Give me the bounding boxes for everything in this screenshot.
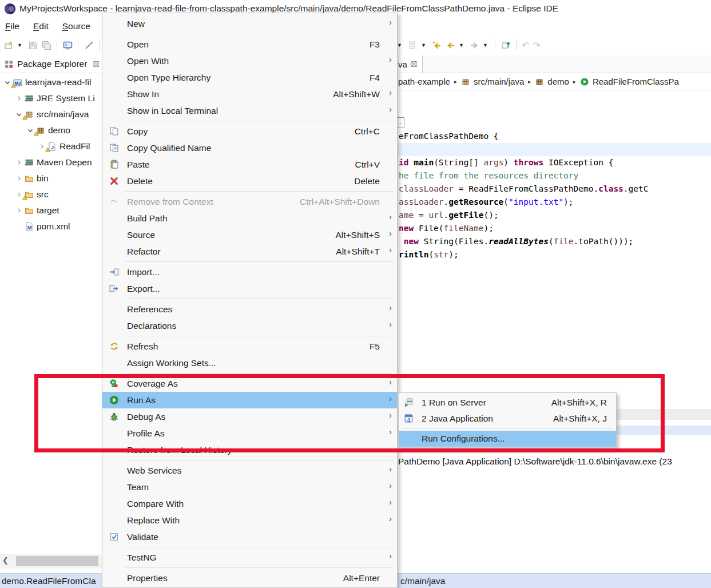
menu-item-testng[interactable]: TestNG› bbox=[102, 549, 397, 566]
menu-separator bbox=[125, 547, 393, 547]
breadcrumb-item-demo[interactable]: demo bbox=[547, 77, 569, 86]
menu-item-new[interactable]: New› bbox=[102, 15, 397, 32]
package-explorer-tab[interactable]: Package Explorer ☒ bbox=[0, 55, 100, 73]
annotation-rectangle bbox=[34, 374, 665, 452]
menu-item-replace-with[interactable]: Replace With› bbox=[102, 512, 397, 529]
menu-item-refactor[interactable]: RefactorAlt+Shift+T› bbox=[102, 243, 397, 260]
dropdown-caret-icon[interactable]: ▼ bbox=[459, 42, 466, 48]
code-editor[interactable]: eFromClassPathDemo {id main(String[] arg… bbox=[395, 130, 711, 261]
editor-tab-label: va bbox=[398, 59, 407, 69]
scroll-left-icon[interactable]: ❮ bbox=[2, 556, 9, 565]
submenu-arrow-icon: › bbox=[389, 55, 392, 64]
import-icon bbox=[109, 267, 119, 277]
code-line: assLoader.getResource("input.txt"); bbox=[395, 196, 711, 209]
menubar-item-edit[interactable]: Edit bbox=[33, 21, 49, 31]
collapsed-chevron-icon[interactable] bbox=[14, 158, 24, 167]
menu-item-label: Show In bbox=[102, 89, 159, 100]
breadcrumb-item-readfilefromclasspa[interactable]: ReadFileFromClassPa bbox=[593, 77, 679, 86]
menu-item-assign-working-sets[interactable]: Assign Working Sets... bbox=[102, 355, 397, 371]
toolbar-separator bbox=[99, 39, 100, 51]
menu-item-team[interactable]: Team› bbox=[102, 479, 397, 495]
open-console-icon[interactable] bbox=[62, 40, 73, 50]
forward-gray-icon[interactable] bbox=[469, 40, 479, 50]
copy-qualified-icon bbox=[109, 143, 119, 153]
menu-item-refresh[interactable]: RefreshF5 bbox=[102, 338, 397, 355]
pin-editor-icon[interactable] bbox=[501, 40, 511, 50]
class-run-icon bbox=[580, 77, 590, 86]
menu-item-references[interactable]: References› bbox=[102, 301, 397, 317]
menubar-item-source[interactable]: Source bbox=[62, 21, 90, 31]
code-line: classLoader = ReadFileFromClassPathDemo.… bbox=[395, 182, 711, 196]
export-icon bbox=[109, 284, 119, 293]
menu-item-open[interactable]: OpenF3 bbox=[102, 36, 397, 53]
paste-icon bbox=[109, 160, 119, 169]
dropdown-caret-icon[interactable]: ▼ bbox=[421, 42, 428, 48]
submenu-arrow-icon: › bbox=[389, 498, 392, 507]
package-icon bbox=[35, 126, 46, 135]
menu-item-open-type-hierarchy[interactable]: Open Type HierarchyF4 bbox=[102, 69, 397, 86]
collapsed-chevron-icon[interactable] bbox=[14, 174, 24, 183]
menu-separator bbox=[125, 460, 393, 460]
pom-icon: M bbox=[24, 222, 34, 231]
menu-item-web-services[interactable]: Web Services› bbox=[102, 462, 397, 479]
last-edit-location-icon[interactable] bbox=[431, 40, 442, 50]
menu-item-shortcut: Delete bbox=[354, 176, 380, 186]
menu-item-delete[interactable]: DeleteDelete bbox=[102, 173, 397, 189]
menu-item-properties[interactable]: PropertiesAlt+Enter bbox=[102, 570, 397, 586]
menu-item-compare-with[interactable]: Compare With› bbox=[102, 495, 397, 512]
menu-item-shortcut: Alt+Shift+T bbox=[336, 247, 380, 257]
breadcrumb-item-path-example[interactable]: path-example bbox=[398, 77, 450, 86]
menu-item-shortcut: Ctrl+C bbox=[355, 126, 380, 137]
svg-text:M: M bbox=[27, 225, 32, 231]
menu-item-validate[interactable]: Validate bbox=[102, 529, 397, 545]
collapsed-chevron-icon[interactable] bbox=[14, 206, 24, 215]
svg-text:J: J bbox=[51, 145, 54, 150]
tab-close-icon[interactable]: ☒ bbox=[411, 60, 418, 69]
menu-item-copy[interactable]: CopyCtrl+C bbox=[102, 123, 397, 140]
code-line: rintln(str); bbox=[395, 248, 711, 261]
menu-item-source[interactable]: SourceAlt+Shift+S› bbox=[102, 227, 397, 243]
mark-occurrences-icon[interactable] bbox=[407, 40, 418, 50]
menu-separator bbox=[125, 261, 393, 262]
menu-item-export[interactable]: Export... bbox=[102, 280, 397, 297]
editor-tab-strip: va ☒ bbox=[395, 55, 711, 73]
collapsed-chevron-icon[interactable] bbox=[14, 94, 24, 103]
breadcrumb-separator-icon: ▸ bbox=[453, 78, 458, 85]
new-wizard-icon[interactable] bbox=[3, 40, 14, 50]
console-title-text: PathDemo [Java Application] D:\Software\… bbox=[398, 455, 711, 468]
save-all-icon[interactable] bbox=[41, 40, 51, 50]
menu-item-import[interactable]: Import... bbox=[102, 264, 397, 280]
menu-bar: FileEditSourceRef bbox=[0, 18, 118, 35]
breadcrumb: path-example▸src/main/java▸demo▸ReadFile… bbox=[395, 73, 711, 90]
submenu-arrow-icon: › bbox=[389, 229, 392, 238]
scrollbar-thumb[interactable] bbox=[16, 556, 98, 566]
dropdown-caret-icon[interactable]: ▼ bbox=[483, 42, 490, 48]
menubar-item-file[interactable]: File bbox=[5, 21, 19, 31]
editor-tab[interactable]: va ☒ bbox=[395, 55, 423, 73]
menu-item-open-with[interactable]: Open With› bbox=[102, 53, 397, 69]
tree-item-label: ReadFil bbox=[59, 141, 90, 152]
menu-item-show-in-local-terminal[interactable]: Show in Local Terminal› bbox=[102, 102, 397, 119]
menu-item-label: Build Path bbox=[102, 213, 168, 224]
menu-item-paste[interactable]: PasteCtrl+V bbox=[102, 156, 397, 173]
menu-item-build-path[interactable]: Build Path› bbox=[102, 210, 397, 227]
link-with-editor-icon[interactable] bbox=[84, 40, 94, 50]
menu-item-label: Replace With bbox=[102, 515, 180, 526]
back-icon[interactable] bbox=[445, 40, 455, 50]
view-close-icon[interactable]: ☒ bbox=[93, 60, 100, 69]
menu-item-declarations[interactable]: Declarations› bbox=[102, 317, 397, 334]
redo-gray-icon[interactable]: ↷ bbox=[533, 40, 540, 51]
menu-item-label: Open Type Hierarchy bbox=[102, 73, 210, 83]
undo-gray-icon[interactable]: ↶ bbox=[522, 40, 529, 51]
dropdown-caret-icon[interactable]: ▼ bbox=[397, 42, 404, 48]
save-icon[interactable] bbox=[27, 40, 38, 50]
dropdown-caret-icon[interactable]: ▼ bbox=[17, 42, 24, 48]
library-icon bbox=[24, 158, 34, 167]
menu-item-label: Properties bbox=[102, 573, 168, 583]
menu-item-show-in[interactable]: Show InAlt+Shift+W› bbox=[102, 86, 397, 102]
breadcrumb-item-src-main-java[interactable]: src/main/java bbox=[474, 77, 524, 86]
menu-item-shortcut: F5 bbox=[370, 341, 380, 352]
menu-item-copy-qualified-name[interactable]: Copy Qualified Name bbox=[102, 140, 397, 156]
submenu-arrow-icon: › bbox=[389, 303, 392, 312]
menu-item-remove-from-context[interactable]: Remove from ContextCtrl+Alt+Shift+Down bbox=[102, 193, 397, 210]
